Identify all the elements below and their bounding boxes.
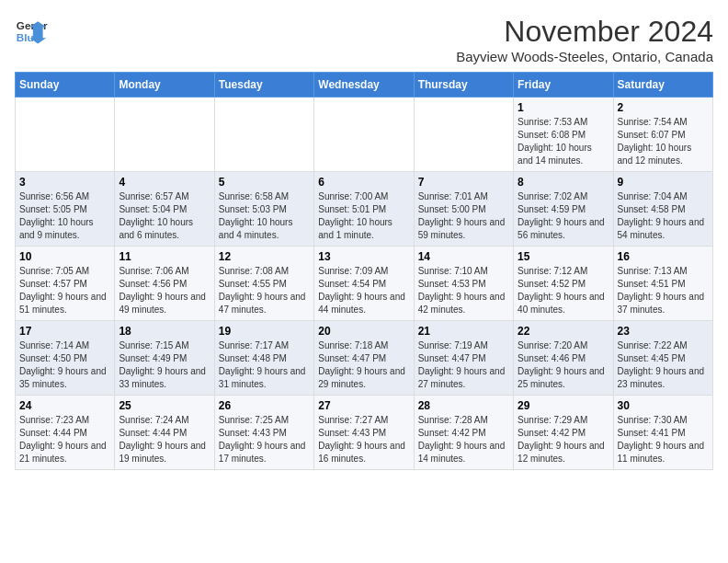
day-number: 19 [219, 325, 310, 338]
header-sunday: Sunday [16, 73, 115, 98]
day-info: Sunrise: 7:06 AM Sunset: 4:56 PM Dayligh… [119, 265, 210, 316]
day-info: Sunrise: 7:27 AM Sunset: 4:43 PM Dayligh… [318, 414, 409, 465]
header-tuesday: Tuesday [214, 73, 313, 98]
day-info: Sunrise: 7:30 AM Sunset: 4:41 PM Dayligh… [618, 414, 709, 465]
day-info: Sunrise: 6:57 AM Sunset: 5:04 PM Dayligh… [119, 190, 210, 242]
day-number: 8 [518, 176, 609, 189]
calendar-cell: 6Sunrise: 7:00 AM Sunset: 5:01 PM Daylig… [314, 172, 414, 247]
calendar-cell: 26Sunrise: 7:25 AM Sunset: 4:43 PM Dayli… [214, 396, 313, 470]
day-info: Sunrise: 7:15 AM Sunset: 4:49 PM Dayligh… [119, 339, 210, 391]
day-number: 11 [119, 250, 210, 263]
day-info: Sunrise: 7:05 AM Sunset: 4:57 PM Dayligh… [19, 265, 110, 316]
day-info: Sunrise: 7:09 AM Sunset: 4:54 PM Dayligh… [318, 265, 409, 316]
day-info: Sunrise: 7:28 AM Sunset: 4:42 PM Dayligh… [418, 414, 509, 465]
calendar-cell: 8Sunrise: 7:02 AM Sunset: 4:59 PM Daylig… [514, 172, 613, 247]
calendar-cell: 28Sunrise: 7:28 AM Sunset: 4:42 PM Dayli… [414, 396, 513, 470]
calendar-cell: 11Sunrise: 7:06 AM Sunset: 4:56 PM Dayli… [115, 247, 214, 321]
header: General Blue November 2024 Bayview Woods… [15, 15, 713, 64]
day-number: 27 [318, 399, 409, 412]
calendar-cell: 24Sunrise: 7:23 AM Sunset: 4:44 PM Dayli… [16, 396, 115, 470]
calendar-cell: 14Sunrise: 7:10 AM Sunset: 4:53 PM Dayli… [414, 247, 513, 321]
day-number: 4 [119, 176, 210, 189]
day-number: 23 [618, 325, 709, 338]
header-saturday: Saturday [613, 73, 712, 98]
day-info: Sunrise: 7:23 AM Sunset: 4:44 PM Dayligh… [19, 414, 110, 465]
calendar-cell: 21Sunrise: 7:19 AM Sunset: 4:47 PM Dayli… [414, 321, 513, 396]
day-info: Sunrise: 7:19 AM Sunset: 4:47 PM Dayligh… [418, 339, 509, 391]
day-number: 28 [418, 399, 509, 412]
day-number: 3 [19, 176, 110, 189]
day-info: Sunrise: 7:25 AM Sunset: 4:43 PM Dayligh… [219, 414, 310, 465]
page-title: November 2024 [456, 15, 713, 49]
calendar-cell: 4Sunrise: 6:57 AM Sunset: 5:04 PM Daylig… [115, 172, 214, 247]
day-info: Sunrise: 7:04 AM Sunset: 4:58 PM Dayligh… [618, 190, 709, 242]
page-subtitle: Bayview Woods-Steeles, Ontario, Canada [456, 49, 713, 64]
week-row-4: 24Sunrise: 7:23 AM Sunset: 4:44 PM Dayli… [16, 396, 713, 470]
day-number: 25 [119, 399, 210, 412]
logo: General Blue [15, 15, 48, 48]
day-info: Sunrise: 6:58 AM Sunset: 5:03 PM Dayligh… [219, 190, 310, 242]
day-number: 16 [618, 250, 709, 263]
calendar-cell: 13Sunrise: 7:09 AM Sunset: 4:54 PM Dayli… [314, 247, 414, 321]
calendar-body: 1Sunrise: 7:53 AM Sunset: 6:08 PM Daylig… [16, 98, 713, 470]
day-number: 6 [318, 176, 409, 189]
day-number: 29 [518, 399, 609, 412]
header-row: SundayMondayTuesdayWednesdayThursdayFrid… [16, 73, 713, 98]
day-info: Sunrise: 7:22 AM Sunset: 4:45 PM Dayligh… [618, 339, 709, 391]
day-info: Sunrise: 7:54 AM Sunset: 6:07 PM Dayligh… [618, 116, 709, 167]
title-area: November 2024 Bayview Woods-Steeles, Ont… [456, 15, 713, 64]
week-row-3: 17Sunrise: 7:14 AM Sunset: 4:50 PM Dayli… [16, 321, 713, 396]
week-row-1: 3Sunrise: 6:56 AM Sunset: 5:05 PM Daylig… [16, 172, 713, 247]
day-number: 15 [518, 250, 609, 263]
calendar-cell: 10Sunrise: 7:05 AM Sunset: 4:57 PM Dayli… [16, 247, 115, 321]
day-info: Sunrise: 7:12 AM Sunset: 4:52 PM Dayligh… [518, 265, 609, 316]
day-number: 17 [19, 325, 110, 338]
header-thursday: Thursday [414, 73, 513, 98]
day-number: 22 [518, 325, 609, 338]
day-info: Sunrise: 7:20 AM Sunset: 4:46 PM Dayligh… [518, 339, 609, 391]
calendar-cell: 12Sunrise: 7:08 AM Sunset: 4:55 PM Dayli… [214, 247, 313, 321]
calendar-cell: 2Sunrise: 7:54 AM Sunset: 6:07 PM Daylig… [613, 98, 712, 172]
calendar-header: SundayMondayTuesdayWednesdayThursdayFrid… [16, 73, 713, 98]
logo-icon: General Blue [15, 15, 48, 48]
day-number: 12 [219, 250, 310, 263]
day-number: 14 [418, 250, 509, 263]
calendar-cell: 16Sunrise: 7:13 AM Sunset: 4:51 PM Dayli… [613, 247, 712, 321]
day-number: 21 [418, 325, 509, 338]
day-number: 10 [19, 250, 110, 263]
day-info: Sunrise: 7:08 AM Sunset: 4:55 PM Dayligh… [219, 265, 310, 316]
calendar-cell: 18Sunrise: 7:15 AM Sunset: 4:49 PM Dayli… [115, 321, 214, 396]
day-info: Sunrise: 7:02 AM Sunset: 4:59 PM Dayligh… [518, 190, 609, 242]
day-number: 9 [618, 176, 709, 189]
calendar-cell: 5Sunrise: 6:58 AM Sunset: 5:03 PM Daylig… [214, 172, 313, 247]
calendar-cell [16, 98, 115, 172]
calendar-table: SundayMondayTuesdayWednesdayThursdayFrid… [15, 72, 713, 470]
calendar-cell: 19Sunrise: 7:17 AM Sunset: 4:48 PM Dayli… [214, 321, 313, 396]
day-info: Sunrise: 7:18 AM Sunset: 4:47 PM Dayligh… [318, 339, 409, 391]
week-row-0: 1Sunrise: 7:53 AM Sunset: 6:08 PM Daylig… [16, 98, 713, 172]
calendar-cell: 20Sunrise: 7:18 AM Sunset: 4:47 PM Dayli… [314, 321, 414, 396]
calendar-cell: 15Sunrise: 7:12 AM Sunset: 4:52 PM Dayli… [514, 247, 613, 321]
day-info: Sunrise: 7:29 AM Sunset: 4:42 PM Dayligh… [518, 414, 609, 465]
day-number: 7 [418, 176, 509, 189]
calendar-cell: 9Sunrise: 7:04 AM Sunset: 4:58 PM Daylig… [613, 172, 712, 247]
day-number: 26 [219, 399, 310, 412]
calendar-cell [314, 98, 414, 172]
header-wednesday: Wednesday [314, 73, 414, 98]
day-number: 13 [318, 250, 409, 263]
day-number: 30 [618, 399, 709, 412]
day-info: Sunrise: 7:00 AM Sunset: 5:01 PM Dayligh… [318, 190, 409, 242]
day-info: Sunrise: 7:24 AM Sunset: 4:44 PM Dayligh… [119, 414, 210, 465]
calendar-cell: 25Sunrise: 7:24 AM Sunset: 4:44 PM Dayli… [115, 396, 214, 470]
day-info: Sunrise: 7:17 AM Sunset: 4:48 PM Dayligh… [219, 339, 310, 391]
week-row-2: 10Sunrise: 7:05 AM Sunset: 4:57 PM Dayli… [16, 247, 713, 321]
day-number: 5 [219, 176, 310, 189]
header-monday: Monday [115, 73, 214, 98]
calendar-cell [115, 98, 214, 172]
day-info: Sunrise: 7:10 AM Sunset: 4:53 PM Dayligh… [418, 265, 509, 316]
calendar-cell: 7Sunrise: 7:01 AM Sunset: 5:00 PM Daylig… [414, 172, 513, 247]
day-number: 2 [618, 101, 709, 114]
calendar-cell: 22Sunrise: 7:20 AM Sunset: 4:46 PM Dayli… [514, 321, 613, 396]
day-info: Sunrise: 7:13 AM Sunset: 4:51 PM Dayligh… [618, 265, 709, 316]
calendar-cell: 29Sunrise: 7:29 AM Sunset: 4:42 PM Dayli… [514, 396, 613, 470]
